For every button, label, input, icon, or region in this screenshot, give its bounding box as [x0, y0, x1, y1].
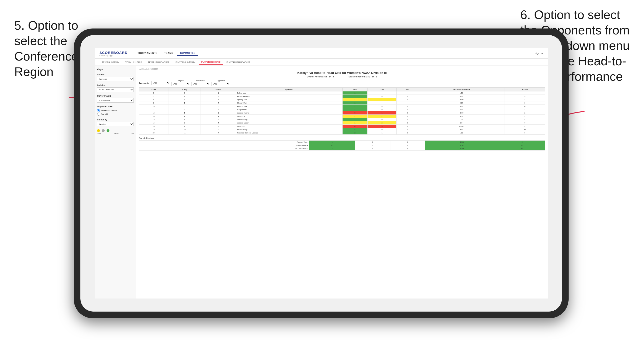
app-header: SCOREBOARD Powered by clippd TOURNAMENTS…: [95, 48, 548, 59]
color-label-down: Down: [97, 133, 101, 134]
col-div: # Div: [139, 88, 168, 91]
table-row: 914Sharon Mun13.673: [139, 101, 545, 105]
tablet-device: SCOREBOARD Powered by clippd TOURNAMENTS…: [74, 28, 568, 318]
radio-top100[interactable]: [97, 113, 100, 116]
col-rounds: Rounds: [504, 88, 545, 91]
sidebar-radio-top100[interactable]: Top 100: [97, 113, 134, 116]
col-opponent: Opponent: [236, 88, 342, 91]
logo-sub: Powered by clippd: [100, 55, 128, 56]
main-content: Player Gender Women's Division NCAA Divi…: [95, 66, 548, 299]
color-label-up: Up: [132, 133, 134, 134]
separator: |: [533, 52, 533, 55]
table-row: 1125Heejo Hyun1003.333: [139, 108, 545, 111]
sidebar-player-label: Player: [97, 68, 134, 71]
tab-team-h2h-heatmap[interactable]: TEAM H2H HEATMAP: [146, 60, 172, 64]
sidebar-gender-label: Gender: [97, 73, 134, 76]
division-record: Division Record: 331 - 34 - 6: [348, 76, 377, 78]
sidebar-player-rank-select[interactable]: 8. Katelyn Vo: [97, 98, 134, 103]
sub-nav: TEAM SUMMARY TEAM H2H GRID TEAM H2H HEAT…: [95, 59, 548, 66]
opponents-filter-select[interactable]: (All): [151, 81, 170, 85]
sidebar-color-scale: Down Level Up: [97, 129, 134, 134]
conference-filter-group: Conference (All): [191, 80, 210, 86]
table-row: 1063Andrea York2004.004: [139, 105, 545, 108]
col-conf: # Conf: [200, 88, 236, 91]
sidebar-division-label: Division: [97, 84, 134, 86]
region-select[interactable]: (All): [171, 82, 190, 86]
col-diff: Diff Av Strokes/Rnd: [418, 88, 504, 91]
sidebar-division-section: Division NCAA Division III: [97, 84, 134, 92]
region-label: Region: [171, 80, 190, 81]
main-nav: TOURNAMENTS TEAMS COMMITTEE: [135, 51, 532, 56]
table-row: 1474Eunice Yi2200.389: [139, 115, 545, 118]
table-row: NAIA Division 115009.26730: [139, 144, 545, 147]
color-dot-down: [97, 129, 100, 132]
tab-player-h2h-heatmap[interactable]: PLAYER H2H HEATMAP: [224, 60, 253, 64]
table-row: NCAA Division 25007.40010: [139, 147, 545, 151]
header-right: | Sign out: [533, 52, 543, 55]
radio-opponents-played[interactable]: [97, 109, 100, 112]
report-title: Katelyn Vo Head-to-Head Grid for Women's…: [139, 71, 545, 75]
radio-top100-label: Top 100: [101, 113, 108, 115]
table-row: 522Alexis Sudjianto1004.003: [139, 95, 545, 98]
table-row: 1822Euna Lee030-5.002: [139, 125, 545, 128]
color-dots: [97, 129, 134, 132]
sidebar-player-rank-label: Player (Rank): [97, 95, 134, 97]
sidebar: Player Gender Women's Division NCAA Divi…: [95, 66, 136, 299]
out-of-division-header: Out of division: [139, 137, 545, 139]
table-row: 1311Jessica Huang010-3.002: [139, 111, 545, 115]
tab-team-h2h-grid[interactable]: TEAM H2H GRID: [123, 60, 144, 64]
sidebar-division-select[interactable]: NCAA Division III: [97, 87, 134, 92]
sidebar-colour-section: Colour by Win/loss: [97, 119, 134, 126]
nav-teams[interactable]: TEAMS: [161, 51, 176, 56]
opponents-filter-label: Opponents:: [139, 82, 150, 84]
color-label-level: Level: [114, 133, 118, 134]
sidebar-gender-select[interactable]: Women's: [97, 77, 134, 81]
app-screen: SCOREBOARD Powered by clippd TOURNAMENTS…: [95, 48, 548, 299]
col-tie: Tie: [396, 88, 418, 91]
table-row: 20117Federica Domecq Lacroze2101.336: [139, 131, 545, 135]
region-filter-group: Region (All): [171, 80, 190, 86]
sidebar-opponent-view-section: Opponent view Opponents Played Top 100: [97, 105, 134, 116]
filter-row: Opponents: (All) Region (All) Conference: [139, 80, 545, 86]
table-row: Foreign Team1004.5002: [139, 141, 545, 144]
tab-team-summary[interactable]: TEAM SUMMARY: [100, 60, 122, 64]
sidebar-radio-played[interactable]: Opponents Played: [97, 109, 134, 112]
opponent-select[interactable]: (All): [211, 82, 230, 86]
tablet-screen-area: SCOREBOARD Powered by clippd TOURNAMENTS…: [80, 35, 562, 312]
nav-tournaments[interactable]: TOURNAMENTS: [135, 51, 160, 56]
col-loss: Loss: [367, 88, 396, 91]
table-header-row: # Div # Reg # Conf Opponent Win Loss Tie…: [139, 88, 545, 91]
right-panel: Last Updated: 27/03/2024 Katelyn Vo Head…: [136, 66, 548, 299]
table-row: 19106Emily Chang4000.3011: [139, 128, 545, 131]
table-row: 633Sydney Kuo110-1.003: [139, 98, 545, 101]
color-dot-level: [102, 129, 105, 132]
last-updated: Last Updated: 27/03/2024: [139, 68, 545, 70]
records-row: Overall Record: 353 - 34 - 6 Division Re…: [139, 76, 545, 78]
table-row: 331Esther Lee11.504: [139, 91, 545, 95]
overall-record: Overall Record: 353 - 34 - 6: [307, 76, 334, 78]
logo-text: SCOREBOARD: [100, 51, 128, 55]
table-row: 1585Stella Cheng1001.254: [139, 118, 545, 121]
color-labels: Down Level Up: [97, 133, 134, 134]
sidebar-opponent-radios: Opponents Played Top 100: [97, 109, 134, 116]
main-data-table: # Div # Reg # Conf Opponent Win Loss Tie…: [139, 87, 545, 135]
sidebar-opponent-view-label: Opponent view: [97, 105, 134, 108]
tab-player-summary[interactable]: PLAYER SUMMARY: [173, 60, 198, 64]
conference-label: Conference: [191, 80, 210, 81]
conference-select[interactable]: (All): [191, 82, 210, 86]
opponent-label: Opponent: [211, 80, 230, 81]
col-win: Win: [342, 88, 368, 91]
sidebar-player-rank-section: Player (Rank) 8. Katelyn Vo: [97, 95, 134, 103]
sidebar-gender-section: Gender Women's: [97, 73, 134, 81]
sidebar-colour-select[interactable]: Win/loss: [97, 122, 134, 126]
logo: SCOREBOARD Powered by clippd: [100, 51, 128, 56]
opponent-filter-group: Opponent (All): [211, 80, 230, 86]
nav-committee[interactable]: COMMITTEE: [177, 51, 198, 56]
table-row: 1634Jessica Mason120-0.947: [139, 121, 545, 125]
sidebar-colour-label: Colour by: [97, 119, 134, 121]
tab-player-h2h-grid[interactable]: PLAYER H2H GRID: [199, 60, 223, 65]
sign-out-link[interactable]: Sign out: [535, 52, 543, 55]
color-dot-up: [106, 129, 110, 132]
radio-played-label: Opponents Played: [101, 109, 117, 111]
sidebar-player-section: Player: [97, 68, 134, 71]
